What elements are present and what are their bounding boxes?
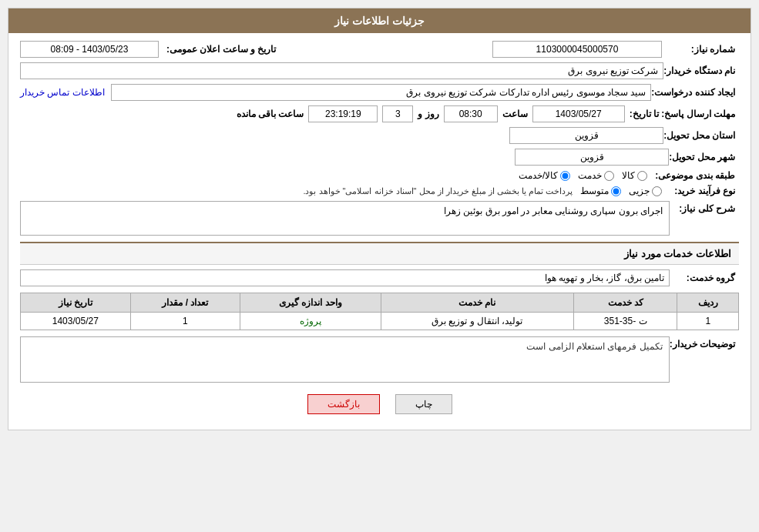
mohlat-rooz-label: روز و bbox=[418, 109, 438, 119]
tabaghe-kala-khadamat-radio[interactable] bbox=[560, 171, 570, 181]
ijad-value: سید سجاد موسوی رئیس اداره تدارکات شرکت ت… bbox=[111, 84, 652, 101]
tarikho-saat-label: تاریخ و ساعت اعلان عمومی: bbox=[166, 44, 280, 55]
cell-tarikh: 1403/05/27 bbox=[21, 313, 131, 330]
ijad-link[interactable]: اطلاعات تماس خریدار bbox=[20, 87, 105, 98]
sharh-label: شرح کلی نیاز: bbox=[670, 201, 739, 214]
cell-name: تولید، انتقال و توزیع برق bbox=[381, 313, 573, 330]
tabaghe-khadamat[interactable]: خدمت bbox=[578, 170, 614, 181]
goroh-label: گروه خدمت: bbox=[670, 273, 739, 283]
tabaghe-kala-khadamat[interactable]: کالا/خدمت bbox=[519, 170, 570, 181]
cell-code: ت -35-351 bbox=[573, 313, 677, 330]
goroh-value: تامین برق، گاز، بخار و تهویه هوا bbox=[20, 269, 670, 286]
nooe-mootasset-radio[interactable] bbox=[611, 186, 621, 196]
col-radif: ردیف bbox=[677, 293, 739, 313]
shahr-label: شهر محل تحویل: bbox=[669, 152, 739, 162]
nooe-jozi-radio[interactable] bbox=[652, 186, 662, 196]
col-code: کد خدمت bbox=[573, 293, 677, 313]
tabaghe-kala-radio[interactable] bbox=[637, 171, 647, 181]
services-table: ردیف کد خدمت نام خدمت واحد اندازه گیری ت… bbox=[20, 293, 739, 330]
sharh-value: اجرای برون سپاری روشنایی معابر در امور ب… bbox=[20, 201, 670, 236]
mohlat-saat-label: ساعت bbox=[502, 109, 528, 119]
back-button[interactable]: بازگشت bbox=[307, 394, 380, 414]
mohlat-saat: 08:30 bbox=[444, 105, 498, 122]
naam-dastgaah-label: نام دستگاه خریدار: bbox=[663, 65, 739, 76]
mohlat-baaghi-label: ساعت باقی مانده bbox=[237, 109, 304, 119]
nooe-label: نوع فرآیند خرید: bbox=[670, 186, 739, 196]
shmaare-value: 1103000045000570 bbox=[492, 41, 662, 58]
nooe-jozi[interactable]: جزیی bbox=[629, 186, 662, 196]
ijad-label: ایجاد کننده درخواست: bbox=[651, 87, 739, 98]
tosif-value: تکمیل فرمهای استعلام الزامی است bbox=[20, 336, 670, 383]
cell-radif: 1 bbox=[677, 313, 739, 330]
tarikho-saat-value: 1403/05/23 - 08:09 bbox=[20, 41, 159, 58]
ostaan-label: استان محل تحویل: bbox=[663, 130, 739, 141]
tabaghe-kala[interactable]: کالا bbox=[622, 170, 647, 181]
ostaan-value: قزوین bbox=[509, 127, 663, 144]
mohlat-label: مهلت ارسال پاسخ: تا تاریخ: bbox=[630, 109, 739, 119]
table-row: 1 ت -35-351 تولید، انتقال و توزیع برق پر… bbox=[21, 313, 739, 330]
tabaghe-khadamat-radio[interactable] bbox=[604, 171, 614, 181]
cell-tedad: 1 bbox=[130, 313, 240, 330]
cell-unit: پروژه bbox=[240, 313, 381, 330]
mohlat-date: 1403/05/27 bbox=[532, 105, 625, 122]
print-button[interactable]: چاپ bbox=[395, 394, 452, 414]
nooe-mootasset[interactable]: متوسط bbox=[580, 186, 621, 196]
shmaare-label: شماره نیاز: bbox=[670, 44, 739, 55]
nooe-note: پرداخت تمام یا بخشی از مبلغ خریدار از مح… bbox=[303, 186, 573, 196]
tosif-label: توضیحات خریدار: bbox=[670, 336, 739, 350]
mohlat-baaghi: 23:19:19 bbox=[308, 105, 378, 122]
col-tarikh: تاریخ نیاز bbox=[21, 293, 131, 313]
page-header: جزئیات اطلاعات نیاز bbox=[8, 8, 751, 33]
khadamat-header: اطلاعات خدمات مورد نیاز bbox=[20, 242, 739, 265]
naam-dastgaah-value: شرکت توزیع نیروی برق bbox=[20, 62, 663, 79]
shahr-value: قزوین bbox=[515, 149, 669, 166]
col-unit: واحد اندازه گیری bbox=[240, 293, 381, 313]
col-tedad: تعداد / مقدار bbox=[130, 293, 240, 313]
mohlat-rooz: 3 bbox=[382, 105, 413, 122]
tabaghe-label: طبقه بندی موضوعی: bbox=[655, 170, 739, 181]
col-name: نام خدمت bbox=[381, 293, 573, 313]
